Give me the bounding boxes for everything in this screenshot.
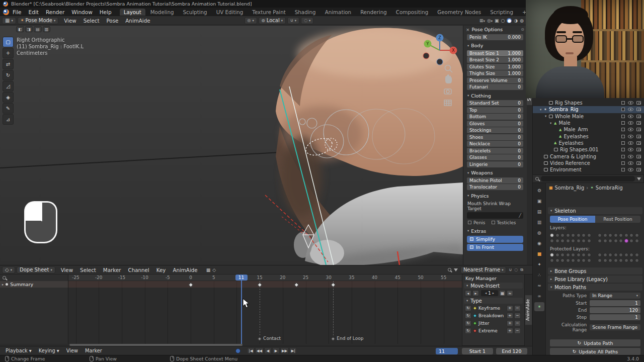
layer-dot-2[interactable] [560,253,565,257]
box-select-tool[interactable]: ▢ [3,37,14,47]
menu-edit[interactable]: Edit [25,9,42,15]
remove-breakdown-button[interactable]: − [514,313,521,319]
panel-header-bone-groups[interactable]: ▸Bone Groups [548,267,642,275]
select-type-icon[interactable]: ↻ [465,328,471,334]
layer-dot-22[interactable] [582,239,586,243]
orientation-dropdown[interactable]: ◍Local▾ [259,17,286,24]
dope-sheet-menu-view[interactable]: View [57,267,76,273]
collapse-caret-icon[interactable]: ▾ [467,194,469,198]
prop-slider-necklace[interactable]: Necklace0 [467,141,523,147]
workspace-tab-rendering[interactable]: Rendering [356,9,391,16]
layer-dot-11[interactable] [614,233,618,237]
dope-sheet-mode-dropdown[interactable]: Dope Sheet▾ [17,266,55,274]
properties-tab-constraints[interactable]: ∞ [534,292,544,301]
prop-slider-top[interactable]: Top0 [467,107,523,113]
outliner-item-environment[interactable]: Environment [533,166,644,173]
layer-dot-12[interactable] [619,253,623,257]
workspace-tab-texture-paint[interactable]: Texture Paint [248,9,289,16]
workspace-tab-scripting[interactable]: Scripting [486,9,517,16]
workspace-tab-sculpting[interactable]: Sculpting [179,9,211,16]
layer-dot-10[interactable] [608,253,612,257]
tool-settings-icon-3[interactable]: ▤ [34,26,42,32]
layer-dot-27[interactable] [614,239,618,243]
viewport-menu-pose[interactable]: Pose [103,18,122,24]
panel-header-pose-library-legacy[interactable]: ▸Pose Library (Legacy) [548,276,642,283]
scale-tool[interactable]: ◿ [3,81,14,92]
disable-render-camera-icon[interactable] [636,135,641,138]
shading-wireframe-icon[interactable]: ○ [501,18,505,23]
layer-dot-4[interactable] [571,253,575,257]
layer-dot-22[interactable] [582,258,586,262]
dope-sheet-menu-animaide[interactable]: AnimAide [169,267,201,273]
overlays-icon[interactable]: ◎▾ [487,18,493,23]
add-jitter-button[interactable]: + [507,320,513,326]
jump-end-button[interactable]: ▶| [289,347,297,354]
hide-viewport-eye-icon[interactable] [628,141,633,145]
workspace-tab-geometry-nodes[interactable]: Geometry Nodes [433,9,485,16]
expand-caret-icon[interactable]: ▸ [2,283,4,287]
annotate-tool[interactable]: ✎ [3,103,14,114]
disable-render-camera-icon[interactable] [636,155,641,158]
hide-viewport-eye-icon[interactable] [628,155,633,158]
mode-dropdown[interactable]: ✶Pose Mode▾ [18,17,59,24]
outliner-item-male-arm[interactable]: ▲Male_Arm [533,126,644,133]
viewport-menu-view[interactable]: View [60,18,79,24]
close-icon[interactable]: × [466,27,470,32]
outliner-item-whole-male[interactable]: ▾Whole Male [533,113,644,120]
collapse-caret-icon[interactable]: ▾ [550,285,552,289]
properties-tab-view-layer[interactable]: ▥ [534,218,544,227]
workspace-tab-animation[interactable]: Animation [321,9,356,16]
nudge-right-button[interactable]: ▸ [472,290,479,296]
outliner-item-male[interactable]: ▾▲Male [533,120,644,126]
editor-type-button[interactable]: ◇▾ [2,266,15,274]
hide-viewport-eye-icon[interactable] [628,148,633,151]
remove-keyframe-button[interactable]: − [514,305,521,311]
outliner-item-sombra-rig[interactable]: ▾✶Sombra_Rig [533,106,644,113]
prop-slider-breast-size-1[interactable]: Breast Size 11.000 [467,50,523,56]
hide-viewport-eye-icon[interactable] [628,101,633,105]
collapse-caret-icon[interactable]: ▾ [467,171,469,175]
selectability-checkbox-icon[interactable] [621,121,625,125]
properties-tab-object-data[interactable]: ✶ [534,302,544,311]
marker-diamond-contact[interactable] [258,337,262,341]
menu-file[interactable]: File [9,9,25,15]
layer-dot-24[interactable] [598,239,602,243]
add-breakdown-button[interactable]: + [507,313,513,319]
layer-dot-13[interactable] [624,253,628,257]
layer-dot-23[interactable] [587,239,591,243]
prop-slider-preserve-volume[interactable]: Preserve Volume0 [467,77,523,83]
prop-slider-glutes-size[interactable]: Glutes Size1.000 [467,64,523,70]
dope-sheet-menu-channel[interactable]: Channel [124,267,152,273]
properties-tab-scene[interactable]: ◍ [534,228,544,237]
normalize-toggle-icon[interactable]: ◇ [212,267,216,273]
auto-keying-record-button[interactable] [235,348,240,353]
tool-settings-icon-1[interactable]: ◧ [16,26,24,32]
layer-dot-26[interactable] [608,239,612,243]
outliner-item-camera-lighting[interactable]: Camera & Lighting [533,153,644,159]
filter-funnel-icon[interactable] [454,268,458,272]
tool-settings-icon-2[interactable]: ◨ [25,26,33,32]
outliner-item-rig-shapes[interactable]: Rig Shapes [533,100,644,106]
disable-render-camera-icon[interactable] [636,121,641,125]
layer-dot-21[interactable] [577,258,581,262]
layer-dot-3[interactable] [566,253,570,257]
properties-tab-particles[interactable]: ∴ [534,270,544,280]
checkbox-testicles[interactable]: Testicles [492,220,516,225]
tool-settings-icon-4[interactable]: ▥ [43,26,51,32]
layer-dot-5[interactable] [577,253,581,257]
selectability-checkbox-icon[interactable] [621,161,625,165]
wave-icon[interactable]: ≈ [507,290,513,296]
breadcrumb-object[interactable]: Sombra_Rig [555,185,585,191]
end-field[interactable]: 120 [590,307,640,313]
layer-dot-31[interactable] [635,239,639,243]
show-gizmo-icon[interactable]: ⊞▾ [479,18,485,23]
dope-sheet-keyframe-area[interactable]: ContactEnd of Loop11 [0,281,532,344]
update-path-button[interactable]: ↻Update Path [550,339,640,346]
layer-dot-17[interactable] [555,258,559,262]
pin-icon[interactable]: ⊙ [521,27,524,32]
section-header-body[interactable]: ▾Body [463,41,527,49]
layer-dot-2[interactable] [560,233,565,237]
ghost-toggle-icon[interactable]: ▦ [206,267,211,273]
layer-dot-0[interactable] [550,253,554,257]
update-all-paths-button[interactable]: ↻Update All Paths [550,348,640,355]
